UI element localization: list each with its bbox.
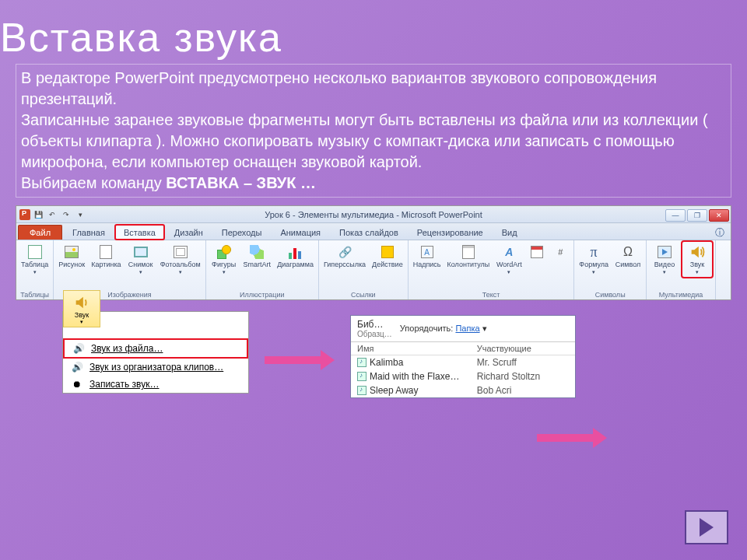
btn-picture[interactable]: Рисунок: [57, 242, 86, 270]
body-text-frame: В редакторе PowerPoint предусмотрено нес…: [16, 64, 731, 198]
annotation-arrow-icon: [265, 350, 335, 370]
tab-design[interactable]: Дизайн: [166, 225, 212, 240]
file-sort[interactable]: Упорядочить: Папка ▾: [400, 324, 487, 334]
col-artist[interactable]: Участвующие: [477, 344, 569, 353]
btn-wordart[interactable]: AWordArt▾: [494, 242, 524, 277]
btn-hyperlink[interactable]: 🔗Гиперссылка: [322, 242, 367, 270]
btn-action[interactable]: Действие: [370, 242, 405, 270]
btn-chart-label: Диаграмма: [277, 261, 314, 268]
btn-photoalbum-label: Фотоальбом: [160, 261, 201, 268]
chevron-down-icon: ▾: [663, 269, 666, 275]
group-media: Видео▾ Звук ▾ Мультимедиа: [647, 240, 716, 299]
clipart-icon: [100, 245, 112, 259]
tab-home[interactable]: Главная: [64, 225, 114, 240]
btn-symbol[interactable]: ΩСимвол: [613, 242, 643, 270]
menu-record-sound[interactable]: ⏺ Записать звук…: [63, 376, 248, 393]
table-icon: [28, 245, 42, 259]
sound-icon: [689, 243, 706, 261]
btn-action-label: Действие: [372, 261, 403, 268]
picture-icon: [65, 246, 79, 258]
help-icon[interactable]: ⓘ: [715, 226, 724, 240]
btn-sound-label: Звук: [690, 261, 704, 268]
btn-clipart-label: Картинка: [91, 261, 121, 268]
chevron-down-icon: ▾: [33, 269, 37, 275]
file-row[interactable]: Maid with the Flaxe… Richard Stoltzn: [351, 369, 575, 383]
chevron-down-icon: ▾: [80, 319, 83, 325]
qat-save-icon[interactable]: 💾: [32, 208, 44, 221]
btn-datetime[interactable]: [527, 242, 547, 262]
tab-file[interactable]: Файл: [18, 225, 62, 240]
btn-video[interactable]: Видео▾: [650, 242, 679, 277]
sound-dropdown-header[interactable]: Звук ▾: [63, 290, 100, 327]
file-location-main: Биб…: [357, 319, 383, 330]
tab-insert[interactable]: Вставка: [115, 225, 164, 240]
window-restore-button[interactable]: ❐: [687, 209, 707, 222]
window-close-button[interactable]: ✕: [709, 209, 729, 222]
tab-slideshow[interactable]: Показ слайдов: [331, 225, 407, 240]
window-minimize-button[interactable]: —: [665, 209, 686, 222]
menu-sound-from-file-label: Звук из файла…: [91, 343, 163, 354]
speaker-icon: 🔊: [72, 343, 85, 354]
btn-slidenum[interactable]: #: [550, 242, 570, 262]
menu-sound-from-organizer-label: Звук из организатора клипов…: [89, 362, 223, 373]
ribbon-tabs: Файл Главная Вставка Дизайн Переходы Ани…: [16, 223, 731, 240]
btn-screenshot[interactable]: Снимок▾: [126, 242, 156, 277]
quick-access-toolbar: 💾 ↶ ↷ ▾: [16, 208, 86, 221]
group-illustrations-label: Иллюстрации: [209, 290, 315, 299]
btn-screenshot-label: Снимок: [128, 261, 153, 268]
group-symbols-label: Символы: [577, 290, 643, 299]
ribbon-body: Таблица ▾ Таблицы Рисунок Картинка Снимо…: [16, 240, 731, 299]
video-icon: [658, 246, 672, 258]
tab-animation[interactable]: Анимация: [272, 225, 329, 240]
btn-chart[interactable]: Диаграмма: [275, 242, 315, 270]
hyperlink-icon: 🔗: [336, 243, 353, 261]
play-icon: [700, 518, 714, 537]
col-name[interactable]: Имя: [357, 344, 477, 353]
btn-clipart[interactable]: Картинка: [89, 242, 122, 270]
body-paragraph-3-lead: Выбираем команду: [21, 174, 166, 191]
chevron-down-icon: ▾: [696, 269, 699, 275]
equation-icon: π: [585, 243, 602, 261]
btn-smartart[interactable]: SmartArt: [242, 242, 273, 270]
screenshot-icon: [134, 247, 148, 257]
tab-view[interactable]: Вид: [493, 225, 526, 240]
next-slide-button[interactable]: [685, 510, 728, 544]
file-sort-label: Упорядочить:: [400, 324, 454, 333]
group-media-label: Мультимедиа: [650, 290, 712, 299]
chevron-down-icon: ▾: [179, 269, 182, 275]
menu-sound-from-organizer[interactable]: 🔊 Звук из организатора клипов…: [63, 359, 248, 376]
btn-headerfooter[interactable]: Колонтитулы: [446, 242, 492, 270]
file-columns: Имя Участвующие: [351, 342, 575, 355]
btn-photoalbum[interactable]: Фотоальбом▾: [159, 242, 202, 277]
file-browser-panel: Биб… Образц… Упорядочить: Папка ▾ Имя Уч…: [350, 315, 576, 398]
btn-wordart-label: WordArt: [496, 261, 522, 268]
chevron-down-icon: ▾: [592, 269, 595, 275]
group-illustrations: Фигуры▾ SmartArt Диаграмма Иллюстрации: [206, 240, 319, 299]
btn-table[interactable]: Таблица ▾: [19, 242, 50, 277]
file-row[interactable]: Sleep Away Bob Acri: [351, 383, 575, 397]
btn-textbox[interactable]: AНадпись: [412, 242, 443, 270]
btn-equation[interactable]: πФормула▾: [577, 242, 610, 277]
tab-review[interactable]: Рецензирование: [409, 225, 492, 240]
qat-redo-icon[interactable]: ↷: [60, 208, 72, 221]
slide-title: Вставка звука: [0, 0, 747, 64]
group-tables-label: Таблицы: [19, 290, 50, 299]
qat-dropdown-icon[interactable]: ▾: [74, 208, 86, 221]
record-icon: ⏺: [71, 379, 83, 390]
file-artist: Mr. Scruff: [477, 357, 569, 368]
file-artist: Bob Acri: [477, 385, 569, 396]
action-icon: [381, 246, 394, 258]
file-row[interactable]: Kalimba Mr. Scruff: [351, 355, 575, 369]
btn-sound[interactable]: Звук ▾: [682, 242, 712, 277]
qat-undo-icon[interactable]: ↶: [46, 208, 58, 221]
menu-sound-from-file[interactable]: 🔊 Звук из файла…: [63, 338, 248, 359]
symbol-icon: Ω: [619, 243, 637, 261]
audio-file-icon: [357, 386, 366, 395]
wordart-icon: A: [500, 243, 517, 261]
speaker-icon: 🔊: [71, 362, 83, 373]
chevron-down-icon: ▾: [139, 269, 142, 275]
sound-dropdown-menu: Звук ▾ 🔊 Звук из файла… 🔊 Звук из органи…: [62, 311, 249, 394]
tab-transitions[interactable]: Переходы: [213, 225, 271, 240]
btn-shapes[interactable]: Фигуры▾: [209, 242, 239, 277]
group-text-label: Текст: [412, 290, 571, 299]
